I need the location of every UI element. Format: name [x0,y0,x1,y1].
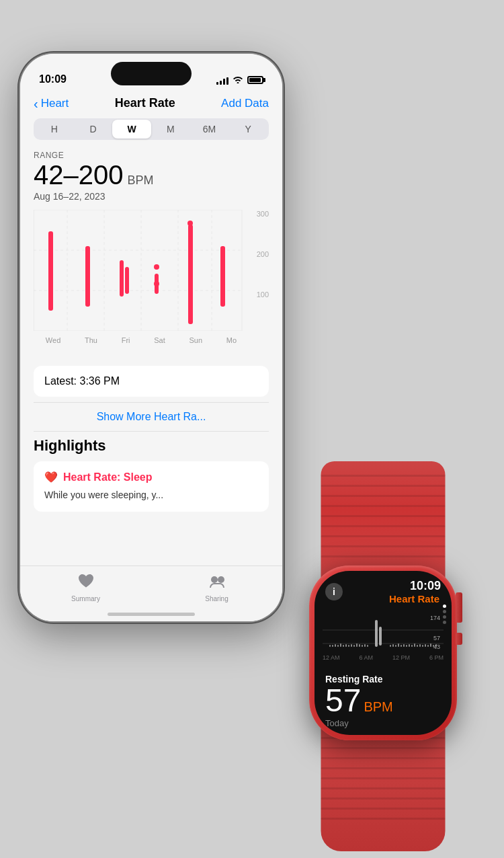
tab-bar: Summary Sharing [20,566,282,621]
svg-rect-41 [379,627,382,646]
battery-icon [247,76,263,84]
svg-rect-27 [335,644,336,647]
signal-bar-3 [223,79,225,85]
period-btn-W[interactable]: W [112,120,151,139]
svg-rect-40 [375,620,378,647]
band-stripe-b10 [321,818,446,820]
svg-rect-37 [362,645,363,647]
svg-rect-47 [403,644,405,647]
band-stripe-1 [321,475,446,477]
svg-rect-48 [406,645,407,647]
band-stripe-4 [321,505,446,507]
svg-rect-57 [430,644,431,647]
x-label-mo: Mo [226,336,237,344]
battery-fill [249,78,261,82]
svg-rect-56 [427,645,429,647]
svg-rect-46 [401,645,402,647]
svg-rect-54 [422,645,423,647]
svg-rect-36 [359,644,360,647]
highlight-card[interactable]: ❤️ Heart Rate: Sleep While you were slee… [34,461,269,512]
svg-text:43: 43 [433,644,440,650]
svg-text:174: 174 [430,615,440,621]
watch-case: i 10:09 Heart Rate [309,566,457,740]
chart-y-labels: 300 200 100 [249,210,269,331]
watch-chart-svg: 174 57 43 [323,610,444,650]
summary-heart-icon [77,573,95,593]
svg-rect-51 [414,644,415,647]
period-btn-D[interactable]: D [74,120,113,139]
sharing-icon [208,573,226,593]
band-stripe-b3 [321,747,446,749]
watch-app-title: Heart Rate [389,593,441,604]
svg-point-16 [154,264,159,270]
svg-rect-25 [329,645,331,647]
x-label-fri: Fri [122,336,130,344]
svg-rect-26 [332,645,333,647]
phone-shell: 10:09 ‹ Heart Heart Rate Ad [20,54,282,621]
band-stripe-5 [321,515,446,517]
period-selector: H D W M 6M Y [34,118,269,140]
svg-rect-12 [85,246,90,307]
svg-rect-33 [351,644,352,647]
svg-point-21 [211,576,218,583]
status-icons [216,75,263,85]
band-stripe-3 [321,495,446,497]
signal-bar-2 [220,81,222,85]
x-label-wed: Wed [46,336,60,344]
latest-reading-card[interactable]: Latest: 3:36 PM [34,366,269,397]
svg-rect-32 [348,645,349,647]
phone-content: ‹ Heart Heart Rate Add Data H D W M 6M Y… [20,91,282,621]
watch-x-6pm: 6 PM [429,654,444,661]
highlight-title-text: Heart Rate: Sleep [63,471,153,483]
period-btn-Y[interactable]: Y [228,120,267,139]
watch-reading-sub: Today [325,718,441,728]
watch-reading-section: Resting Rate 57 BPM Today [314,671,452,735]
watch-info-button[interactable]: i [325,583,343,600]
range-unit: BPM [127,173,153,187]
period-btn-H[interactable]: H [35,120,74,139]
tab-sharing-label: Sharing [205,595,228,602]
period-btn-M[interactable]: M [151,120,190,139]
signal-bar-4 [226,77,228,85]
back-button[interactable]: ‹ Heart [34,97,69,110]
svg-rect-55 [425,644,426,647]
band-stripe-9 [321,555,446,557]
svg-rect-34 [353,645,355,647]
show-more-button[interactable]: Show More Heart Ra... [20,403,282,431]
period-btn-6M[interactable]: 6M [190,120,229,139]
back-chevron-icon: ‹ [34,97,38,110]
tab-summary[interactable]: Summary [20,573,151,602]
add-data-button[interactable]: Add Data [221,97,269,110]
y-label-200: 200 [249,250,269,258]
svg-rect-30 [343,645,344,647]
svg-rect-52 [417,645,418,647]
range-date: Aug 16–22, 2023 [34,191,269,202]
dynamic-island [111,62,192,85]
highlight-header: ❤️ Heart Rate: Sleep [44,471,258,483]
svg-rect-18 [188,225,193,324]
watch-crown [456,592,462,623]
apple-watch: i 10:09 Heart Rate [269,529,497,777]
band-stripe-2 [321,485,446,487]
svg-point-19 [187,221,193,226]
band-stripe-6 [321,525,446,527]
x-label-sun: Sun [190,336,203,344]
svg-rect-29 [340,644,341,647]
watch-reading-value: 57 BPM [325,685,441,717]
svg-rect-11 [48,231,53,311]
signal-bar-1 [216,82,218,85]
nav-bar: ‹ Heart Heart Rate Add Data [20,91,282,113]
y-label-300: 300 [249,210,269,218]
highlights-section: Highlights ❤️ Heart Rate: Sleep While yo… [20,432,282,512]
svg-point-22 [218,576,224,583]
tab-sharing[interactable]: Sharing [151,573,282,602]
range-value: 42–200BPM [34,160,269,190]
svg-rect-20 [220,246,225,307]
range-section: RANGE 42–200BPM Aug 16–22, 2023 [20,145,282,204]
watch-header-right: 10:09 Heart Rate [389,579,441,604]
range-label: RANGE [34,151,269,160]
wifi-icon [233,75,243,85]
band-stripe-b4 [321,757,446,759]
svg-text:57: 57 [433,635,440,641]
svg-rect-43 [392,644,394,647]
